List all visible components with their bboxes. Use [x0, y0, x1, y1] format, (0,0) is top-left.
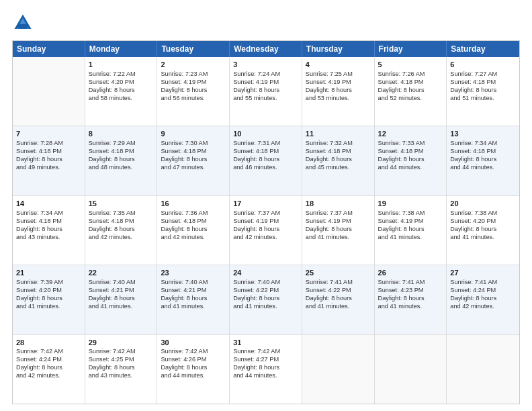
sunset-text: Sunset: 4:21 PM: [161, 287, 226, 295]
sunrise-text: Sunrise: 7:28 AM: [16, 140, 81, 148]
daylight-text: Daylight: 8 hours: [89, 364, 154, 372]
daylight-text2: and 42 minutes.: [161, 234, 226, 242]
sunrise-text: Sunrise: 7:38 AM: [450, 210, 516, 218]
daylight-text: Daylight: 8 hours: [16, 295, 81, 303]
sunrise-text: Sunrise: 7:42 AM: [161, 348, 226, 356]
sunset-text: Sunset: 4:18 PM: [378, 79, 443, 87]
day-cell-25: 25 Sunrise: 7:41 AM Sunset: 4:22 PM Dayl…: [302, 265, 375, 334]
sunrise-text: Sunrise: 7:34 AM: [16, 210, 81, 218]
daylight-text2: and 52 minutes.: [378, 95, 443, 103]
day-number: 29: [89, 338, 154, 348]
sunset-text: Sunset: 4:22 PM: [306, 287, 371, 295]
daylight-text: Daylight: 8 hours: [233, 295, 298, 303]
sunrise-text: Sunrise: 7:34 AM: [450, 140, 516, 148]
sunset-text: Sunset: 4:18 PM: [161, 148, 226, 156]
daylight-text2: and 55 minutes.: [233, 95, 298, 103]
sunset-text: Sunset: 4:18 PM: [233, 148, 298, 156]
sunset-text: Sunset: 4:19 PM: [378, 218, 443, 226]
daylight-text2: and 41 minutes.: [450, 234, 516, 242]
sunrise-text: Sunrise: 7:42 AM: [16, 348, 81, 356]
daylight-text: Daylight: 8 hours: [89, 226, 154, 234]
sunrise-text: Sunrise: 7:24 AM: [233, 71, 298, 79]
sunset-text: Sunset: 4:19 PM: [306, 218, 371, 226]
sunrise-text: Sunrise: 7:22 AM: [89, 71, 154, 79]
daylight-text: Daylight: 8 hours: [450, 226, 516, 234]
sunrise-text: Sunrise: 7:30 AM: [161, 140, 226, 148]
daylight-text2: and 41 minutes.: [378, 234, 443, 242]
sunset-text: Sunset: 4:18 PM: [16, 218, 81, 226]
header: [12, 12, 520, 34]
sunrise-text: Sunrise: 7:26 AM: [378, 71, 443, 79]
sunset-text: Sunset: 4:18 PM: [16, 148, 81, 156]
daylight-text2: and 44 minutes.: [450, 164, 516, 172]
sunrise-text: Sunrise: 7:25 AM: [306, 71, 371, 79]
daylight-text2: and 58 minutes.: [89, 95, 154, 103]
empty-cell: [447, 335, 519, 404]
daylight-text2: and 42 minutes.: [16, 372, 81, 380]
daylight-text: Daylight: 8 hours: [89, 295, 154, 303]
day-cell-19: 19 Sunrise: 7:38 AM Sunset: 4:19 PM Dayl…: [375, 196, 447, 265]
daylight-text: Daylight: 8 hours: [89, 87, 154, 95]
sunset-text: Sunset: 4:20 PM: [450, 218, 516, 226]
day-number: 27: [450, 268, 516, 278]
sunrise-text: Sunrise: 7:32 AM: [306, 140, 371, 148]
day-number: 5: [378, 60, 443, 70]
daylight-text: Daylight: 8 hours: [233, 156, 298, 164]
day-cell-28: 28 Sunrise: 7:42 AM Sunset: 4:24 PM Dayl…: [13, 335, 85, 404]
daylight-text: Daylight: 8 hours: [89, 156, 154, 164]
sunset-text: Sunset: 4:18 PM: [378, 148, 443, 156]
sunset-text: Sunset: 4:24 PM: [450, 287, 516, 295]
sunset-text: Sunset: 4:18 PM: [161, 218, 226, 226]
daylight-text2: and 42 minutes.: [89, 234, 154, 242]
daylight-text2: and 47 minutes.: [161, 164, 226, 172]
calendar-row-0: 1 Sunrise: 7:22 AM Sunset: 4:20 PM Dayli…: [13, 57, 519, 126]
day-cell-11: 11 Sunrise: 7:32 AM Sunset: 4:18 PM Dayl…: [302, 126, 375, 195]
calendar-row-3: 21 Sunrise: 7:39 AM Sunset: 4:20 PM Dayl…: [13, 265, 519, 334]
day-number: 22: [89, 268, 154, 278]
day-number: 25: [306, 268, 371, 278]
day-number: 18: [306, 199, 371, 209]
day-cell-12: 12 Sunrise: 7:33 AM Sunset: 4:18 PM Dayl…: [375, 126, 447, 195]
day-number: 3: [233, 60, 298, 70]
daylight-text: Daylight: 8 hours: [450, 295, 516, 303]
sunset-text: Sunset: 4:18 PM: [89, 218, 154, 226]
day-number: 2: [161, 60, 226, 70]
empty-cell: [13, 57, 85, 126]
calendar: SundayMondayTuesdayWednesdayThursdayFrid…: [12, 40, 520, 404]
day-number: 16: [161, 199, 226, 209]
sunrise-text: Sunrise: 7:31 AM: [233, 140, 298, 148]
sunset-text: Sunset: 4:27 PM: [233, 356, 298, 364]
daylight-text2: and 44 minutes.: [233, 372, 298, 380]
daylight-text2: and 41 minutes.: [306, 234, 371, 242]
day-number: 13: [450, 129, 516, 139]
daylight-text: Daylight: 8 hours: [378, 156, 443, 164]
daylight-text: Daylight: 8 hours: [16, 364, 81, 372]
sunset-text: Sunset: 4:19 PM: [306, 79, 371, 87]
sunset-text: Sunset: 4:26 PM: [161, 356, 226, 364]
day-cell-10: 10 Sunrise: 7:31 AM Sunset: 4:18 PM Dayl…: [230, 126, 302, 195]
daylight-text: Daylight: 8 hours: [233, 226, 298, 234]
calendar-row-2: 14 Sunrise: 7:34 AM Sunset: 4:18 PM Dayl…: [13, 196, 519, 265]
sunset-text: Sunset: 4:19 PM: [233, 218, 298, 226]
calendar-row-1: 7 Sunrise: 7:28 AM Sunset: 4:18 PM Dayli…: [13, 126, 519, 195]
sunset-text: Sunset: 4:22 PM: [233, 287, 298, 295]
daylight-text: Daylight: 8 hours: [378, 226, 443, 234]
daylight-text2: and 42 minutes.: [450, 303, 516, 311]
daylight-text2: and 46 minutes.: [233, 164, 298, 172]
daylight-text: Daylight: 8 hours: [378, 295, 443, 303]
sunset-text: Sunset: 4:18 PM: [450, 79, 516, 87]
daylight-text2: and 49 minutes.: [16, 164, 81, 172]
sunrise-text: Sunrise: 7:37 AM: [306, 210, 371, 218]
daylight-text2: and 41 minutes.: [89, 303, 154, 311]
day-cell-15: 15 Sunrise: 7:35 AM Sunset: 4:18 PM Dayl…: [85, 196, 158, 265]
day-cell-27: 27 Sunrise: 7:41 AM Sunset: 4:24 PM Dayl…: [447, 265, 519, 334]
sunset-text: Sunset: 4:24 PM: [16, 356, 81, 364]
day-cell-29: 29 Sunrise: 7:42 AM Sunset: 4:25 PM Dayl…: [85, 335, 158, 404]
header-day-wednesday: Wednesday: [230, 41, 302, 57]
sunrise-text: Sunrise: 7:41 AM: [306, 279, 371, 287]
day-cell-23: 23 Sunrise: 7:40 AM Sunset: 4:21 PM Dayl…: [157, 265, 230, 334]
day-number: 14: [16, 199, 81, 209]
logo-icon: [12, 12, 34, 34]
daylight-text: Daylight: 8 hours: [233, 364, 298, 372]
day-cell-8: 8 Sunrise: 7:29 AM Sunset: 4:18 PM Dayli…: [85, 126, 158, 195]
